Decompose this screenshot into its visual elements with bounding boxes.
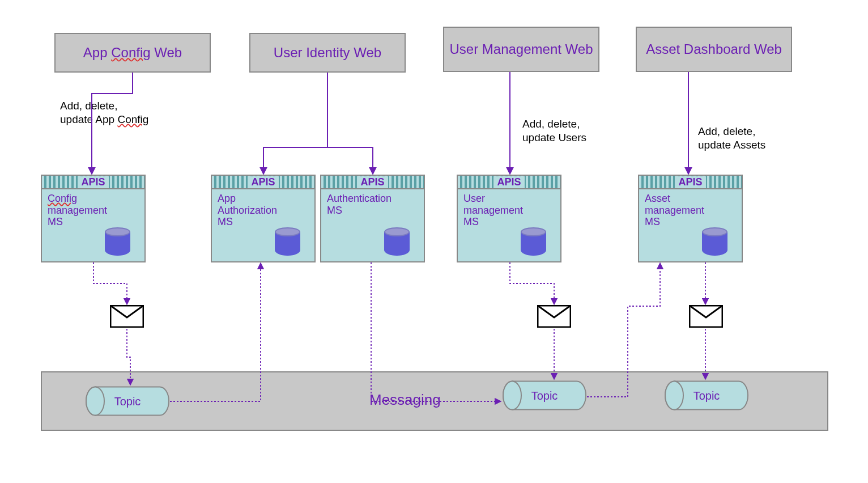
apis-header: APIS [639,176,742,189]
text: App Config Web [83,45,182,61]
ms-body: Authentication MS [321,189,424,261]
ms-body: User management MS [458,189,560,261]
web-box-app-config: App Config Web [54,33,211,73]
label-assets: Add, delete,update Assets [698,125,765,152]
web-box-asset-dashboard: Asset Dashboard Web [636,27,792,72]
label-users: Add, delete,update Users [522,117,586,145]
ms-box-app-authorization: APIS App Authorization MS [211,175,316,262]
database-icon [105,227,130,256]
svg-point-4 [86,387,104,416]
database-icon [521,227,546,256]
topic-cylinder: Topic [664,380,749,411]
svg-point-6 [503,382,521,410]
svg-point-8 [665,382,683,410]
topic-label: Topic [693,389,720,402]
ms-box-config: APIS Config management MS [41,175,146,262]
apis-header: APIS [321,176,424,189]
database-icon [702,227,727,256]
topic-label: Topic [114,395,141,408]
ms-box-asset-management: APIS Asset management MS [638,175,743,262]
ms-body: Asset management MS [639,189,742,261]
topic-cylinder: Topic [502,380,587,411]
topic-cylinder: Topic [85,385,170,417]
label-config: Add, delete, update App Config [60,99,148,126]
envelope-icon [537,305,571,328]
database-icon [384,227,410,256]
apis-header: APIS [458,176,560,189]
ms-box-user-management: APIS User management MS [457,175,561,262]
ms-body: App Authorization MS [212,189,314,261]
apis-header: APIS [212,176,314,189]
web-box-user-management: User Management Web [443,27,599,72]
envelope-icon [689,305,723,328]
envelope-icon [110,305,144,328]
ms-body: Config management MS [42,189,144,261]
apis-header: APIS [42,176,144,189]
messaging-label: Messaging [369,391,441,409]
topic-label: Topic [531,389,558,402]
web-box-user-identity: User Identity Web [249,33,406,73]
database-icon [275,227,300,256]
ms-box-authentication: APIS Authentication MS [320,175,425,262]
